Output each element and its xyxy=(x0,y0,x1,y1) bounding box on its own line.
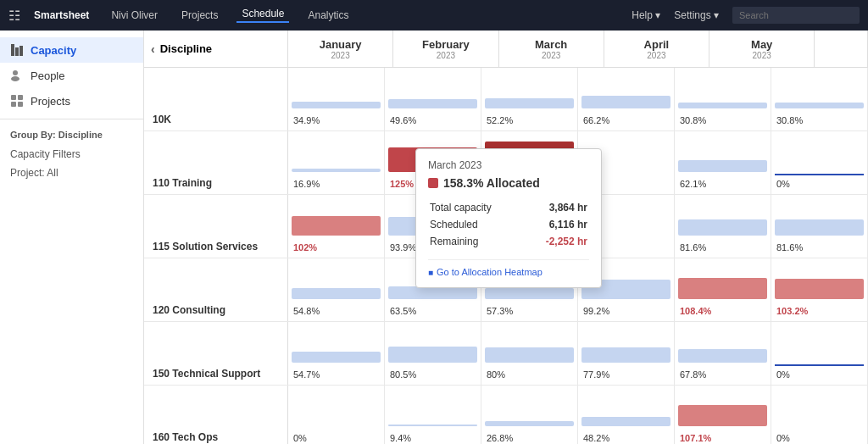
settings-button[interactable]: Settings ▾ xyxy=(674,9,719,21)
cell-line-1-5 xyxy=(775,174,864,175)
tooltip-row-capacity: Total capacity 3,864 hr xyxy=(430,200,587,215)
cell-pct-2-1: 93.9% xyxy=(390,242,416,253)
cell-0-3[interactable]: 66.2% xyxy=(578,68,675,130)
cell-pct-5-3: 48.2% xyxy=(583,433,609,443)
cell-1-0[interactable]: 16.9% xyxy=(288,131,385,194)
cell-pct-2-0: 102% xyxy=(293,242,317,253)
nav-analytics[interactable]: Analytics xyxy=(303,9,353,21)
sidebar-project-label: Project: All xyxy=(0,164,143,182)
cell-bar-0-3 xyxy=(581,96,670,108)
nav-schedule[interactable]: Schedule xyxy=(236,8,289,23)
cell-2-0[interactable]: 102% xyxy=(288,195,385,258)
cell-0-1[interactable]: 49.6% xyxy=(385,68,481,130)
back-arrow-icon[interactable]: ‹ xyxy=(151,42,155,56)
sidebar-item-capacity[interactable]: Capacity xyxy=(0,37,143,63)
row-label-2: 115 Solution Services xyxy=(144,195,288,258)
cell-5-1[interactable]: 9.4% xyxy=(385,386,481,444)
cell-pct-4-2: 80% xyxy=(487,369,505,380)
month-name: February xyxy=(422,38,470,51)
cell-2-4[interactable]: 81.6% xyxy=(675,195,771,258)
sidebar: Capacity People Projects Group By: Disci… xyxy=(0,31,144,444)
cell-pct-0-2: 52.2% xyxy=(487,115,513,125)
sidebar-item-people[interactable]: People xyxy=(0,63,143,88)
cell-0-4[interactable]: 30.8% xyxy=(675,68,771,130)
cell-5-2[interactable]: 26.8% xyxy=(481,386,578,444)
search-input[interactable] xyxy=(732,7,860,24)
cell-pct-5-1: 9.4% xyxy=(390,433,411,443)
sidebar-people-label: People xyxy=(31,69,64,82)
cell-bar-3-5 xyxy=(775,279,864,299)
row-label-3: 120 Consulting xyxy=(144,258,288,321)
cell-3-4[interactable]: 108.4% xyxy=(675,258,771,321)
cell-1-5[interactable]: 0% xyxy=(771,131,868,194)
cell-pct-2-5: 81.6% xyxy=(776,242,803,253)
tooltip-table: Total capacity 3,864 hr Scheduled 6,116 … xyxy=(428,198,589,251)
cell-pct-5-0: 0% xyxy=(293,433,307,443)
sidebar-item-projects[interactable]: Projects xyxy=(0,88,143,114)
cell-bar-0-4 xyxy=(678,103,767,108)
cell-pct-3-2: 57.3% xyxy=(487,306,513,316)
cell-4-5[interactable]: 0% xyxy=(771,322,868,385)
cell-4-1[interactable]: 80.5% xyxy=(385,322,481,385)
tooltip: March 2023 158.3% Allocated Total capaci… xyxy=(415,148,602,288)
tooltip-row-remaining: Remaining -2,252 hr xyxy=(430,234,587,249)
content-area: ‹ Discipline January2023February2023Marc… xyxy=(144,31,868,444)
data-row-0: 10K34.9%49.6%52.2%66.2%30.8%30.8% xyxy=(144,68,868,131)
help-button[interactable]: Help ▾ xyxy=(632,9,660,21)
cell-bar-5-4 xyxy=(678,405,767,426)
row-cells-0: 34.9%49.6%52.2%66.2%30.8%30.8% xyxy=(288,68,868,130)
row-label-4: 150 Technical Support xyxy=(144,322,288,385)
data-row-5: 160 Tech Ops0%9.4%26.8%48.2%107.1%0% xyxy=(144,386,868,444)
tooltip-link-label: Go to Allocation Heatmap xyxy=(437,267,542,277)
cell-pct-0-1: 49.6% xyxy=(390,115,416,125)
tooltip-scheduled-label: Scheduled xyxy=(430,217,523,232)
cell-5-4[interactable]: 107.1% xyxy=(675,386,771,444)
cell-1-4[interactable]: 62.1% xyxy=(675,131,771,194)
cell-bar-5-3 xyxy=(581,417,670,426)
tooltip-allocated: 158.3% Allocated xyxy=(428,176,589,190)
cell-pct-0-5: 30.8% xyxy=(776,115,803,125)
people-icon xyxy=(10,69,24,82)
main-layout: Capacity People Projects Group By: Disci… xyxy=(0,31,868,444)
cell-2-5[interactable]: 81.6% xyxy=(771,195,868,258)
cell-bar-3-4 xyxy=(678,278,767,299)
grid-icon[interactable]: ☷ xyxy=(8,8,20,24)
cell-bar-0-2 xyxy=(485,98,574,108)
cell-pct-0-0: 34.9% xyxy=(293,115,320,125)
cell-pct-4-0: 54.7% xyxy=(293,369,320,380)
cell-3-5[interactable]: 103.2% xyxy=(771,258,868,321)
month-year: 2023 xyxy=(437,51,455,60)
data-row-4: 150 Technical Support54.7%80.5%80%77.9%6… xyxy=(144,322,868,386)
row-cells-5: 0%9.4%26.8%48.2%107.1%0% xyxy=(288,386,868,444)
cell-0-2[interactable]: 52.2% xyxy=(481,68,578,130)
cell-0-5[interactable]: 30.8% xyxy=(771,68,868,130)
cell-bar-4-4 xyxy=(678,349,767,363)
tooltip-remaining-label: Remaining xyxy=(430,234,523,249)
cell-bar-4-3 xyxy=(581,347,670,363)
cell-3-0[interactable]: 54.8% xyxy=(288,258,385,321)
cell-line-4-5 xyxy=(775,364,864,366)
cell-pct-5-5: 0% xyxy=(776,433,790,443)
header-discipline[interactable]: ‹ Discipline xyxy=(144,31,288,67)
month-name: January xyxy=(320,38,362,51)
sidebar-capacity-filters[interactable]: Capacity Filters xyxy=(0,145,143,164)
projects-icon xyxy=(10,94,24,108)
cell-4-0[interactable]: 54.7% xyxy=(288,322,385,385)
cell-5-3[interactable]: 48.2% xyxy=(578,386,675,444)
tooltip-link[interactable]: ■ Go to Allocation Heatmap xyxy=(428,259,589,277)
svg-rect-5 xyxy=(11,95,16,100)
tooltip-remaining-value: -2,252 hr xyxy=(525,234,587,249)
cell-4-3[interactable]: 77.9% xyxy=(578,322,675,385)
nav-projects[interactable]: Projects xyxy=(176,9,223,21)
cell-pct-3-5: 103.2% xyxy=(776,306,808,316)
cell-4-4[interactable]: 67.8% xyxy=(675,322,771,385)
nav-user[interactable]: Nivi Oliver xyxy=(106,9,163,21)
cell-pct-1-1: 125% xyxy=(390,179,414,189)
cell-5-0[interactable]: 0% xyxy=(288,386,385,444)
svg-rect-0 xyxy=(11,44,14,56)
cell-5-5[interactable]: 0% xyxy=(771,386,868,444)
sidebar-divider xyxy=(0,119,143,119)
cell-4-2[interactable]: 80% xyxy=(481,322,578,385)
month-year: 2023 xyxy=(331,51,350,60)
cell-0-0[interactable]: 34.9% xyxy=(288,68,385,130)
